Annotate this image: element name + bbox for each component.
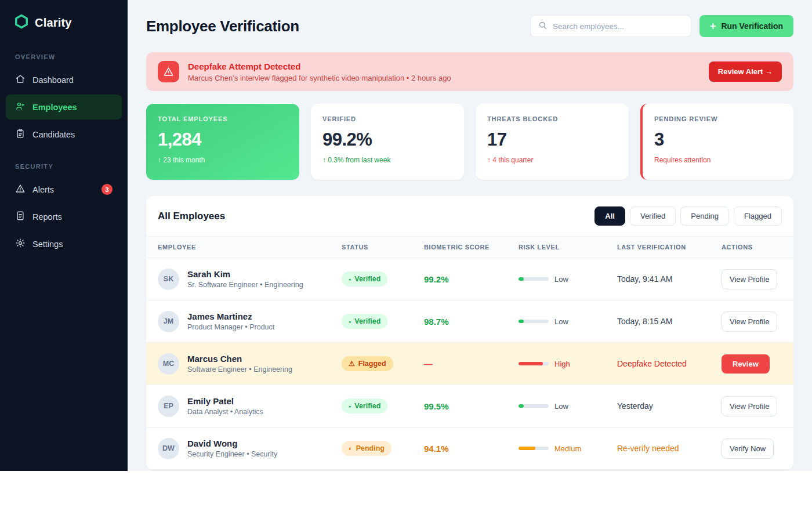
sidebar-item-label: Reports [32, 212, 62, 222]
risk-cell: Medium [519, 444, 617, 453]
app-root: Clarity OVERVIEW Dashboard Employees Can… [0, 0, 812, 471]
brand-name: Clarity [35, 16, 72, 30]
filter-verified[interactable]: Verified [630, 206, 676, 226]
col-risk-level: RISK LEVEL [519, 244, 617, 251]
risk-label: High [554, 360, 570, 368]
risk-bar [519, 362, 549, 365]
status-badge: ●Verified [342, 271, 387, 287]
status-dot-icon: ● [349, 404, 351, 408]
sidebar-section-overview: OVERVIEW [0, 53, 128, 60]
sidebar-item-label: Dashboard [32, 75, 74, 85]
risk-bar [519, 277, 549, 281]
sidebar-item-label: Employees [32, 103, 77, 112]
table-row-flagged: MC Marcus Chen Software Engineer • Engin… [146, 343, 793, 385]
biometric-score: 99.2% [424, 274, 519, 284]
sidebar-item-settings[interactable]: Settings [6, 231, 122, 256]
stat-label: PENDING REVIEW [654, 115, 782, 122]
biometric-score: 94.1% [424, 444, 519, 454]
sidebar: Clarity OVERVIEW Dashboard Employees Can… [0, 0, 128, 471]
risk-label: Low [554, 317, 568, 326]
employee-cell: MC Marcus Chen Software Engineer • Engin… [158, 353, 342, 375]
table-row: JM James Martinez Product Manager • Prod… [146, 300, 793, 343]
table-header-bar: All Employees All Verified Pending Flagg… [146, 196, 793, 236]
stat-card-pending-review: PENDING REVIEW 3 Requires attention [640, 104, 793, 180]
employee-cell: JM James Martinez Product Manager • Prod… [158, 311, 342, 332]
report-icon [15, 211, 26, 223]
risk-bar [519, 404, 549, 408]
employee-name: Sarah Kim [187, 269, 303, 279]
status-dot-icon: ● [349, 320, 351, 324]
stat-sub: ↑ 0.3% from last week [322, 156, 452, 164]
view-profile-button[interactable]: View Profile [722, 396, 777, 416]
col-biometric-score: BIOMETRIC SCORE [424, 244, 519, 251]
avatar: JM [158, 311, 179, 332]
employee-role: Data Analyst • Analytics [187, 408, 263, 416]
employee-name: Emily Patel [187, 396, 263, 406]
risk-cell: Low [519, 402, 617, 411]
alerts-count-badge: 3 [102, 184, 113, 195]
stat-card-threats-blocked: THREATS BLOCKED 17 ↑ 4 this quarter [476, 104, 629, 180]
home-icon [15, 74, 26, 86]
review-button[interactable]: Review [722, 354, 770, 374]
stat-sub: ↑ 23 this month [158, 156, 288, 164]
filter-pending[interactable]: Pending [680, 206, 729, 226]
employee-role: Software Engineer • Engineering [187, 365, 292, 374]
gear-icon [15, 238, 26, 250]
stat-value: 99.2% [322, 129, 452, 150]
stats-row: TOTAL EMPLOYEES 1,284 ↑ 23 this month VE… [146, 104, 793, 180]
run-verification-button[interactable]: + Run Verification [699, 15, 793, 37]
stat-value: 1,284 [158, 129, 288, 150]
last-verification: Today, 8:15 AM [617, 317, 722, 326]
table-row: EP Emily Patel Data Analyst • Analytics … [146, 385, 793, 427]
hexagon-logo-icon [14, 14, 29, 31]
search-input[interactable] [553, 22, 684, 31]
employee-name: Marcus Chen [187, 354, 292, 364]
run-verification-label: Run Verification [721, 21, 783, 31]
stat-sub: Requires attention [654, 156, 782, 164]
search-box [530, 15, 691, 37]
page-title: Employee Verification [146, 17, 299, 35]
filter-flagged[interactable]: Flagged [734, 206, 782, 226]
sidebar-item-employees[interactable]: Employees [6, 95, 122, 119]
employee-name: David Wong [187, 438, 277, 448]
stat-card-verified: VERIFIED 99.2% ↑ 0.3% from last week [311, 104, 464, 180]
status-dot-icon: ● [349, 277, 351, 281]
sidebar-item-dashboard[interactable]: Dashboard [6, 67, 122, 92]
col-last-verification: LAST VERIFICATION [617, 244, 722, 251]
users-icon [15, 101, 26, 113]
brand-logo: Clarity [0, 14, 128, 31]
employee-cell: SK Sarah Kim Sr. Software Engineer • Eng… [158, 269, 342, 290]
stat-value: 3 [654, 129, 782, 150]
sidebar-item-label: Alerts [32, 185, 54, 194]
col-actions: ACTIONS [722, 244, 782, 251]
page-header: Employee Verification + Run Verification [146, 15, 793, 37]
alert-triangle-icon [15, 183, 26, 195]
verify-now-button[interactable]: Verify Now [722, 438, 774, 459]
table-row: SK Sarah Kim Sr. Software Engineer • Eng… [146, 258, 793, 300]
avatar: MC [158, 353, 179, 375]
stat-label: TOTAL EMPLOYEES [158, 115, 288, 122]
view-profile-button[interactable]: View Profile [722, 269, 777, 289]
sidebar-item-reports[interactable]: Reports [6, 204, 122, 229]
biometric-score: — [424, 359, 519, 369]
status-badge: ●Verified [342, 398, 387, 414]
avatar: SK [158, 269, 179, 290]
table-title: All Employees [158, 211, 225, 222]
view-profile-button[interactable]: View Profile [722, 311, 777, 332]
header-actions: + Run Verification [530, 15, 793, 37]
last-verification: Deepfake Detected [617, 359, 722, 368]
pending-half-circle-icon: ◐ [349, 445, 353, 452]
employee-role: Product Manager • Product [187, 323, 274, 331]
risk-cell: High [519, 360, 617, 368]
last-verification: Re-verify needed [617, 444, 722, 453]
sidebar-section-security: SECURITY [0, 163, 128, 170]
banner-message: Marcus Chen's interview flagged for synt… [188, 74, 451, 82]
filter-all[interactable]: All [594, 206, 625, 226]
review-alert-button[interactable]: Review Alert → [709, 61, 782, 82]
risk-label: Medium [554, 444, 581, 453]
biometric-score: 99.5% [424, 401, 519, 411]
sidebar-item-candidates[interactable]: Candidates [6, 122, 122, 147]
banner-text: Deepfake Attempt Detected Marcus Chen's … [188, 61, 451, 82]
sidebar-item-alerts[interactable]: Alerts 3 [6, 177, 122, 202]
col-employee: EMPLOYEE [158, 244, 342, 251]
